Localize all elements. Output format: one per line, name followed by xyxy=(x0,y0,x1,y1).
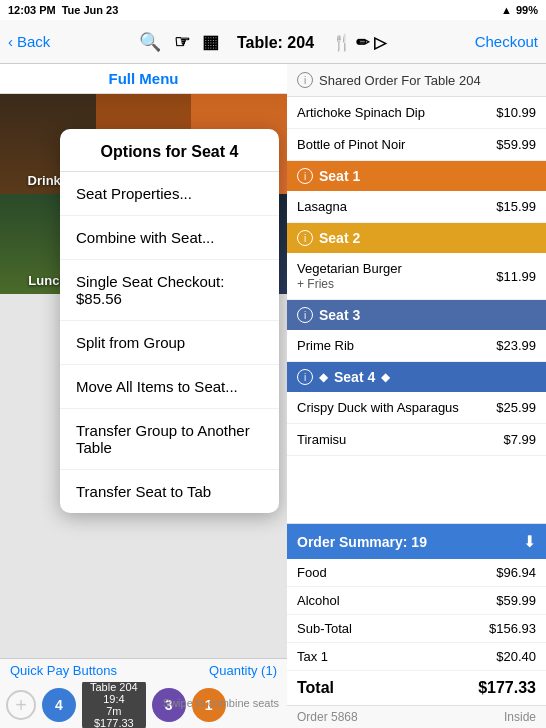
context-menu-title: Options for Seat 4 xyxy=(60,129,279,172)
shared-order-header: i Shared Order For Table 204 xyxy=(287,64,546,97)
seat-3-label: Seat 3 xyxy=(319,307,360,323)
summary-row-alcohol: Alcohol $59.99 xyxy=(287,587,546,615)
right-footer: Order 5868 Inside xyxy=(287,705,546,728)
shared-item-0[interactable]: Artichoke Spinach Dip $10.99 xyxy=(287,97,546,129)
full-menu-title: Full Menu xyxy=(0,64,287,94)
order-number: Order 5868 xyxy=(297,710,358,724)
summary-alcohol-label: Alcohol xyxy=(297,593,340,608)
shared-item-0-price: $10.99 xyxy=(496,105,536,120)
main-content: Full Menu Drinks Appetizers Breakfast xyxy=(0,64,546,728)
seat-3-item-0[interactable]: Prime Rib $23.99 xyxy=(287,330,546,362)
location-label: Inside xyxy=(504,710,536,724)
seat-properties-option[interactable]: Seat Properties... xyxy=(60,172,279,216)
seat-1-item-0[interactable]: Lasagna $15.99 xyxy=(287,191,546,223)
seat-1-header[interactable]: i Seat 1 xyxy=(287,161,546,191)
checkout-button[interactable]: Checkout xyxy=(475,33,538,50)
seat-4-item-0-name: Crispy Duck with Asparagus xyxy=(297,400,459,415)
order-summary-title: Order Summary: 19 xyxy=(297,534,427,550)
right-panel: i Shared Order For Table 204 Artichoke S… xyxy=(287,64,546,728)
table-info-line2: 19:4 xyxy=(90,693,138,705)
seat-4-info-icon: i xyxy=(297,369,313,385)
search-icon[interactable]: 🔍 xyxy=(139,32,161,52)
summary-row-tax: Tax 1 $20.40 xyxy=(287,643,546,671)
summary-tax-label: Tax 1 xyxy=(297,649,328,664)
seat-2-item-0[interactable]: Vegetarian Burger+ Fries $11.99 xyxy=(287,253,546,300)
context-menu: Options for Seat 4 Seat Properties... Co… xyxy=(60,129,279,513)
quick-pay-label[interactable]: Quick Pay Buttons xyxy=(10,663,117,678)
summary-row-food: Food $96.94 xyxy=(287,559,546,587)
combine-with-seat-option[interactable]: Combine with Seat... xyxy=(60,216,279,260)
shared-item-1-price: $59.99 xyxy=(496,137,536,152)
hand-icon[interactable]: ☞ xyxy=(174,32,190,52)
transfer-seat-to-tab-option[interactable]: Transfer Seat to Tab xyxy=(60,470,279,513)
info-icon: i xyxy=(297,72,313,88)
table-info-box: Table 204 19:4 7m $177.33 xyxy=(82,682,146,728)
summary-alcohol-value: $59.99 xyxy=(496,593,536,608)
seat-4-item-0[interactable]: Crispy Duck with Asparagus $25.99 xyxy=(287,392,546,424)
add-seat-button[interactable]: + xyxy=(6,690,36,720)
send-icon[interactable]: ▷ xyxy=(374,34,386,51)
single-seat-checkout-option[interactable]: Single Seat Checkout: $85.56 xyxy=(60,260,279,321)
seat-3-item-0-name: Prime Rib xyxy=(297,338,354,353)
shared-item-1[interactable]: Bottle of Pinot Noir $59.99 xyxy=(287,129,546,161)
seat-2-item-0-price: $11.99 xyxy=(496,269,536,284)
seat-4-item-0-price: $25.99 xyxy=(496,400,536,415)
pencil-icon[interactable]: ✏ xyxy=(356,34,369,51)
wifi-icon: ▲ xyxy=(501,4,512,16)
shared-item-1-name: Bottle of Pinot Noir xyxy=(297,137,405,152)
download-icon[interactable]: ⬇ xyxy=(523,532,536,551)
status-date: Tue Jun 23 xyxy=(62,4,119,16)
seat-1-item-0-price: $15.99 xyxy=(496,199,536,214)
summary-total-label: Total xyxy=(297,679,334,697)
seat-2-header[interactable]: i Seat 2 xyxy=(287,223,546,253)
order-summary-header: Order Summary: 19 ⬇ xyxy=(287,524,546,559)
seat-3-info-icon: i xyxy=(297,307,313,323)
quantity-label: Quantity (1) xyxy=(209,663,277,678)
seat-4-header[interactable]: i ◆ Seat 4 ◆ xyxy=(287,362,546,392)
status-time: 12:03 PM xyxy=(8,4,56,16)
seat-2-info-icon: i xyxy=(297,230,313,246)
summary-food-label: Food xyxy=(297,565,327,580)
seat-4-item-1-name: Tiramisu xyxy=(297,432,346,447)
chevron-left-icon: ‹ xyxy=(8,33,13,50)
transfer-group-option[interactable]: Transfer Group to Another Table xyxy=(60,409,279,470)
summary-row-subtotal: Sub-Total $156.93 xyxy=(287,615,546,643)
table-info-line1: Table 204 xyxy=(90,682,138,693)
order-list: Artichoke Spinach Dip $10.99 Bottle of P… xyxy=(287,97,546,523)
left-panel: Full Menu Drinks Appetizers Breakfast xyxy=(0,64,287,728)
shared-item-0-name: Artichoke Spinach Dip xyxy=(297,105,425,120)
seat-2-label: Seat 2 xyxy=(319,230,360,246)
seat-3-item-0-price: $23.99 xyxy=(496,338,536,353)
table-info-line4: $177.33 xyxy=(90,717,138,728)
summary-food-value: $96.94 xyxy=(496,565,536,580)
nav-bar: ‹ Back 🔍 ☞ ▦ Table: 204 🍴 ✏ ▷ Checkout xyxy=(0,20,546,64)
back-button[interactable]: ‹ Back xyxy=(8,33,50,50)
seat-4-item-1-price: $7.99 xyxy=(503,432,536,447)
swipe-hint: Swipe to combine seats xyxy=(163,697,279,709)
order-summary: Order Summary: 19 ⬇ Food $96.94 Alcohol … xyxy=(287,523,546,705)
battery-text: 99% xyxy=(516,4,538,16)
split-from-group-option[interactable]: Split from Group xyxy=(60,321,279,365)
seat-2-item-0-name: Vegetarian Burger+ Fries xyxy=(297,261,402,291)
seat-1-info-icon: i xyxy=(297,168,313,184)
summary-total-row: Total $177.33 xyxy=(287,671,546,705)
seat-4-circle[interactable]: 4 xyxy=(42,688,76,722)
summary-total-value: $177.33 xyxy=(478,679,536,697)
seat-4-item-1[interactable]: Tiramisu $7.99 xyxy=(287,424,546,456)
table-label: Table: 204 xyxy=(237,34,314,51)
summary-subtotal-value: $156.93 xyxy=(489,621,536,636)
seat-1-label: Seat 1 xyxy=(319,168,360,184)
fork-icon: 🍴 xyxy=(332,34,352,51)
shared-order-title: Shared Order For Table 204 xyxy=(319,73,481,88)
status-bar: 12:03 PM Tue Jun 23 ▲ 99% xyxy=(0,0,546,20)
move-all-items-option[interactable]: Move All Items to Seat... xyxy=(60,365,279,409)
barcode-icon[interactable]: ▦ xyxy=(202,32,219,52)
summary-tax-value: $20.40 xyxy=(496,649,536,664)
back-label: Back xyxy=(17,33,50,50)
seat-3-header[interactable]: i Seat 3 xyxy=(287,300,546,330)
seat-1-item-0-name: Lasagna xyxy=(297,199,347,214)
bottom-bar: Quick Pay Buttons Quantity (1) + 4 Table… xyxy=(0,658,287,728)
summary-subtotal-label: Sub-Total xyxy=(297,621,352,636)
seat-4-label: Seat 4 xyxy=(334,369,375,385)
table-info-line3: 7m xyxy=(90,705,138,717)
